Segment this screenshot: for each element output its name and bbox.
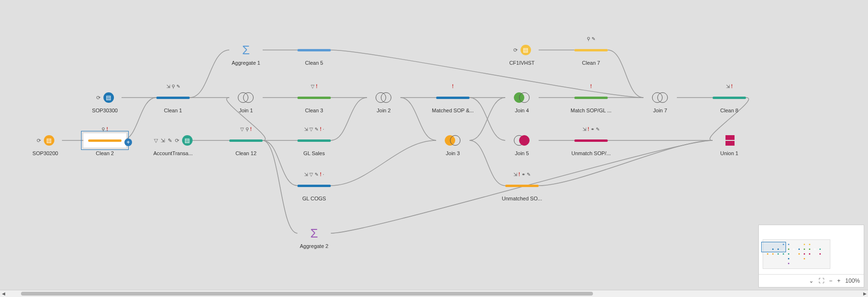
node-clean5[interactable]: Clean 5	[293, 43, 336, 66]
datasource-icon: ▤	[103, 92, 114, 103]
node-join2[interactable]: Join 2	[362, 90, 405, 113]
clean-step-bar	[436, 97, 470, 99]
refresh-icon: ⟳	[513, 47, 518, 53]
node-clean3[interactable]: ▽!Clean 3	[293, 90, 336, 113]
node-label: Clean 1	[152, 108, 194, 113]
link-icon: ⚭	[591, 127, 594, 132]
add-step-button[interactable]: +	[124, 139, 132, 146]
join-icon	[652, 92, 668, 103]
node-label: Matched SOP &...	[431, 108, 474, 113]
changes-indicator: ⇲!⚭✎	[500, 172, 543, 177]
fit-icon[interactable]: ⛶	[818, 277, 824, 284]
calc-icon: ⚲	[587, 36, 590, 41]
node-label: Match SOP/GL ...	[570, 108, 613, 113]
node-aggregate1[interactable]: ΣAggregate 1	[225, 43, 267, 66]
node-join3[interactable]: Join 3	[431, 133, 474, 156]
node-glcogs[interactable]: ⇲▽✎!·GL COGS	[293, 178, 336, 201]
minimap-viewport[interactable]	[761, 242, 786, 252]
node-label: Aggregate 2	[293, 243, 336, 249]
clean-step-bar	[505, 185, 539, 187]
dot-icon: ·	[323, 172, 324, 177]
changes-indicator: ▽⚲!	[225, 127, 267, 132]
dot-icon: ·	[323, 127, 324, 132]
node-union1[interactable]: Union 1	[708, 133, 751, 156]
node-label: Clean 2	[83, 150, 126, 156]
scroll-left-icon[interactable]: ◀	[0, 291, 7, 296]
changes-indicator: !	[570, 84, 613, 89]
zoom-out-icon[interactable]: −	[829, 277, 832, 284]
node-accounttrans[interactable]: ▽⇲✎⟳▤AccountTransa...	[152, 133, 194, 156]
node-clean8[interactable]: ⇲!Clean 8	[708, 90, 751, 113]
edge-glcogs-join3	[331, 140, 436, 186]
err-icon: !	[320, 127, 321, 132]
refresh-icon: ⟳	[96, 95, 101, 101]
node-join4[interactable]: Join 4	[500, 90, 543, 113]
node-join5[interactable]: Join 5	[500, 133, 543, 156]
err-icon: !	[452, 84, 453, 89]
node-matchedsop[interactable]: !Matched SOP &...	[431, 90, 474, 113]
horizontal-scrollbar[interactable]: ◀ ▶	[0, 290, 868, 297]
minimap[interactable]: ⌄ ⛶ − + 100%	[758, 225, 864, 287]
node-unmatchedso[interactable]: ⇲!⚭✎Unmatched SO...	[500, 178, 543, 201]
node-clean7[interactable]: ⚲✎Clean 7	[570, 43, 613, 66]
scroll-right-icon[interactable]: ▶	[861, 291, 868, 296]
node-sop30200[interactable]: ⟳▤SOP30200	[24, 133, 67, 156]
refresh-icon: ⟳	[175, 138, 179, 144]
node-join1[interactable]: Join 1	[225, 90, 267, 113]
calc-icon: ⚲	[172, 84, 175, 89]
edit-icon: ✎	[168, 138, 172, 144]
rename-icon: ⇲	[166, 84, 170, 89]
node-label: GL Sales	[293, 150, 336, 156]
minimap-view[interactable]	[759, 225, 864, 274]
node-clean1[interactable]: ⇲⚲✎Clean 1	[152, 90, 194, 113]
clean-step-bar	[297, 49, 331, 51]
scroll-thumb[interactable]	[21, 292, 593, 296]
join-icon	[238, 92, 254, 103]
clean-step-bar	[156, 97, 190, 99]
edit-icon: ✎	[315, 127, 318, 132]
node-glsales[interactable]: ⇲▽✎!·GL Sales	[293, 133, 336, 156]
err-icon: !	[588, 127, 589, 132]
node-label: Join 3	[431, 150, 474, 156]
clean-step-bar	[713, 97, 746, 99]
datasource-icon: ▤	[182, 135, 193, 146]
flow-canvas[interactable]: ⟳▤SOP30200⚲!+Clean 2⟳▤SOP30300▽⇲✎⟳▤Accou…	[0, 0, 868, 297]
node-cf1ivhst[interactable]: ⟳▤CF1IVHST	[500, 43, 543, 66]
node-label: Aggregate 1	[225, 60, 267, 66]
rename-icon: ⇲	[582, 127, 586, 132]
node-label: Join 7	[639, 108, 682, 113]
node-label: Join 4	[500, 108, 543, 113]
zoom-in-icon[interactable]: +	[837, 277, 840, 284]
edge-matchedsop-join5	[470, 98, 505, 140]
rename-icon: ⇲	[161, 138, 165, 144]
minimap-collapse-icon[interactable]: ⌄	[809, 277, 814, 284]
node-sop30300[interactable]: ⟳▤SOP30300	[83, 90, 126, 113]
clean-step-bar	[297, 97, 331, 99]
node-label: Unmatch SOP/...	[570, 150, 613, 156]
node-label: SOP30200	[24, 150, 67, 156]
node-join7[interactable]: Join 7	[639, 90, 682, 113]
node-clean2[interactable]: ⚲!+Clean 2	[83, 133, 126, 156]
edge-unmatchedso-union1	[539, 140, 713, 186]
clean-step-bar	[229, 139, 263, 142]
node-aggregate2[interactable]: ΣAggregate 2	[293, 226, 336, 249]
filter-icon: ▽	[309, 127, 313, 132]
changes-indicator: ⚲✎	[570, 36, 613, 41]
join-icon	[376, 92, 392, 103]
node-matchsopgl[interactable]: !Match SOP/GL ...	[570, 90, 613, 113]
node-unmatchsop[interactable]: ⇲!⚭✎Unmatch SOP/...	[570, 133, 613, 156]
edit-icon: ✎	[596, 127, 600, 132]
changes-indicator: ▽!	[293, 84, 336, 89]
node-label: Clean 7	[570, 60, 613, 66]
edge-glsales-join2	[331, 98, 367, 140]
join-icon	[445, 135, 461, 146]
changes-indicator: !	[431, 84, 474, 89]
clean-step-bar	[574, 97, 608, 99]
edit-icon: ✎	[592, 36, 595, 41]
clean-step-bar	[574, 139, 608, 142]
link-icon: ⚭	[521, 172, 525, 177]
err-icon: !	[320, 172, 321, 177]
edge-clean1-aggregate1	[190, 50, 229, 98]
node-clean12[interactable]: ▽⚲!Clean 12	[225, 133, 267, 156]
filter-icon: ▽	[311, 84, 315, 89]
